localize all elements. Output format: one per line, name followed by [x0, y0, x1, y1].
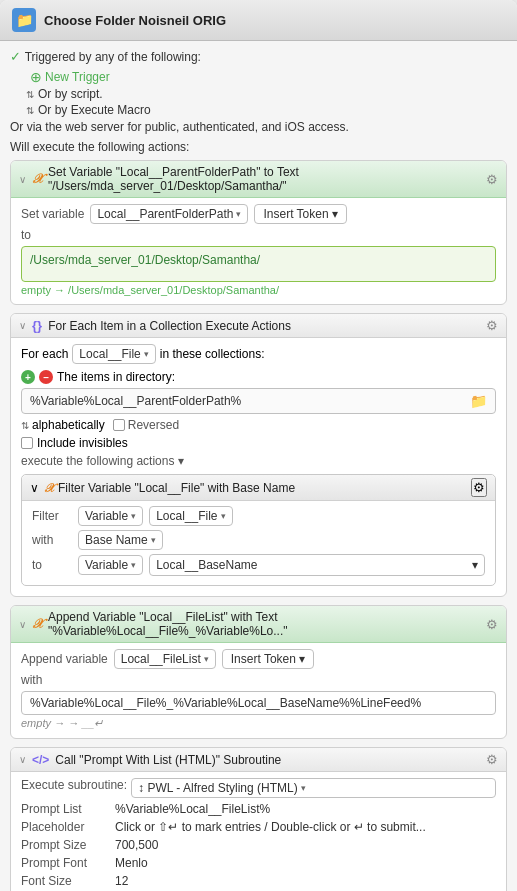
- window-icon: 📁: [12, 8, 36, 32]
- set-variable-label: Set variable: [21, 207, 84, 221]
- for-each-block: ∨ {} For Each Item in a Collection Execu…: [10, 313, 507, 597]
- append-value-input[interactable]: %Variable%Local__File%_%Variable%Local__…: [21, 691, 496, 715]
- chevron-down-icon-3: ▾: [131, 511, 136, 521]
- append-variable-block: ∨ 𝒳 Append Variable "Local__FileList" wi…: [10, 605, 507, 739]
- font-size-value: 12: [115, 874, 496, 888]
- execute-subroutine-row: Execute subroutine: ↕ PWL - Alfred Styli…: [21, 778, 496, 798]
- sort-alphabetically: ⇅ alphabetically: [21, 418, 105, 432]
- chevron-icon-2: ∨: [19, 320, 26, 331]
- font-size-row: Font Size 12: [21, 874, 496, 888]
- chevron-down-icon-7: ▾: [472, 558, 478, 572]
- token-chevron-icon: ▾: [332, 207, 338, 221]
- reversed-checkbox[interactable]: [113, 419, 125, 431]
- to-field-row: to: [21, 228, 496, 242]
- content-area: ✓ Triggered by any of the following: ⊕ N…: [0, 41, 517, 891]
- subroutine-select[interactable]: ↕ PWL - Alfred Styling (HTML) ▾: [131, 778, 496, 798]
- set-variable-result: empty → /Users/mda_server_01/Desktop/Sam…: [21, 282, 496, 298]
- subroutine-gear-button[interactable]: ⚙: [486, 752, 498, 767]
- sort-arrows-icon-2: ⇅: [26, 105, 34, 116]
- variable-icon: 𝒳: [32, 171, 42, 187]
- web-server-text: Or via the web server for public, authen…: [10, 120, 507, 134]
- new-trigger-button[interactable]: ⊕ New Trigger: [26, 68, 114, 86]
- with-label: with: [32, 533, 72, 547]
- chevron-down-icon-2: ▾: [144, 349, 149, 359]
- will-execute-label: Will execute the following actions:: [10, 140, 507, 154]
- chevron-down-icon-6: ▾: [131, 560, 136, 570]
- filter-variable-header: ∨ 𝒳 Filter Variable "Local__File" with B…: [22, 475, 495, 501]
- append-icon: 𝒳: [32, 616, 42, 632]
- append-variable-title: Append Variable "Local__FileList" with T…: [48, 610, 480, 638]
- for-each-title: For Each Item in a Collection Execute Ac…: [48, 319, 480, 333]
- with-row: with Base Name ▾: [32, 530, 485, 550]
- sort-arrows-icon: ⇅: [26, 89, 34, 100]
- prompt-size-label: Prompt Size: [21, 838, 111, 852]
- base-name-select[interactable]: Base Name ▾: [78, 530, 163, 550]
- dir-path-box[interactable]: %Variable%Local__ParentFolderPath% 📁: [21, 388, 496, 414]
- filter-variable-body: Filter Variable ▾ Local__File ▾ with: [22, 501, 495, 585]
- prompt-size-row: Prompt Size 700,500: [21, 838, 496, 852]
- prompt-font-value: Menlo: [115, 856, 496, 870]
- to-variable-row: to Variable ▾ Local__BaseName ▾: [32, 554, 485, 576]
- chevron-down-icon-11: ▾: [301, 783, 306, 793]
- prompt-list-row: Prompt List %Variable%Local__FileList%: [21, 802, 496, 816]
- insert-token-button[interactable]: Insert Token ▾: [254, 204, 346, 224]
- chevron-icon-8: ∨: [19, 619, 26, 630]
- set-variable-gear-button[interactable]: ⚙: [486, 172, 498, 187]
- folder-icon: 📁: [16, 12, 33, 28]
- titlebar: 📁 Choose Folder Noisneil ORIG: [0, 0, 517, 41]
- token-chevron-icon-2: ▾: [299, 652, 305, 666]
- execute-row: execute the following actions ▾: [21, 454, 496, 468]
- filter-variable-title: Filter Variable "Local__File" with Base …: [58, 481, 466, 495]
- chevron-down-icon-9: ▾: [204, 654, 209, 664]
- chevron-down-icon: ▾: [236, 209, 241, 219]
- to-label: to: [21, 228, 81, 242]
- for-each-variable-select[interactable]: Local__File ▾: [72, 344, 155, 364]
- folder-browse-button[interactable]: 📁: [470, 393, 487, 409]
- include-invisibles-row: Include invisibles: [21, 436, 496, 450]
- add-item-button[interactable]: +: [21, 370, 35, 384]
- plus-icon: ⊕: [30, 69, 42, 85]
- call-subroutine-title: Call "Prompt With List (HTML)" Subroutin…: [55, 753, 480, 767]
- prompt-size-value: 700,500: [115, 838, 496, 852]
- append-with-row: with: [21, 673, 496, 687]
- append-gear-button[interactable]: ⚙: [486, 617, 498, 632]
- subroutine-icon: </>: [32, 753, 49, 767]
- filter-gear-button[interactable]: ⚙: [471, 478, 487, 497]
- filter-label: Filter: [32, 509, 72, 523]
- for-each-gear-button[interactable]: ⚙: [486, 318, 498, 333]
- chevron-down-icon-4: ▾: [221, 511, 226, 521]
- append-variable-body: Append variable Local__FileList ▾ Insert…: [11, 643, 506, 738]
- chevron-icon-3: ∨: [30, 481, 39, 495]
- filter-type-select[interactable]: Variable ▾: [78, 506, 143, 526]
- call-subroutine-block: ∨ </> Call "Prompt With List (HTML)" Sub…: [10, 747, 507, 891]
- filter-variable-select[interactable]: Local__File ▾: [149, 506, 232, 526]
- to-label-2: to: [32, 558, 72, 572]
- trigger-item-macro: ⇅ Or by Execute Macro: [26, 102, 507, 118]
- call-subroutine-header: ∨ </> Call "Prompt With List (HTML)" Sub…: [11, 748, 506, 772]
- variable-name-select[interactable]: Local__ParentFolderPath ▾: [90, 204, 248, 224]
- for-each-header: ∨ {} For Each Item in a Collection Execu…: [11, 314, 506, 338]
- append-variable-select[interactable]: Local__FileList ▾: [114, 649, 216, 669]
- filter-icon: 𝒳: [44, 481, 53, 495]
- append-field-row: Append variable Local__FileList ▾ Insert…: [21, 649, 496, 669]
- chevron-down-icon-5: ▾: [151, 535, 156, 545]
- filter-row: Filter Variable ▾ Local__File ▾: [32, 506, 485, 526]
- remove-item-button[interactable]: –: [39, 370, 53, 384]
- trigger-item-script: ⇅ Or by script.: [26, 86, 507, 102]
- reversed-label: Reversed: [128, 418, 179, 432]
- variable-value-input[interactable]: /Users/mda_server_01/Desktop/Samantha/: [21, 246, 496, 282]
- append-variable-header: ∨ 𝒳 Append Variable "Local__FileList" wi…: [11, 606, 506, 643]
- trigger-header: ✓ Triggered by any of the following:: [10, 49, 507, 64]
- placeholder-row: Placeholder Click or ⇧↵ to mark entries …: [21, 820, 496, 834]
- main-window: 📁 Choose Folder Noisneil ORIG ✓ Triggere…: [0, 0, 517, 891]
- include-invisibles-checkbox[interactable]: [21, 437, 33, 449]
- set-variable-block: ∨ 𝒳 Set Variable "Local__ParentFolderPat…: [10, 160, 507, 305]
- trigger-section: ✓ Triggered by any of the following: ⊕ N…: [10, 49, 507, 134]
- set-variable-field-row: Set variable Local__ParentFolderPath ▾ I…: [21, 204, 496, 224]
- to-type-select[interactable]: Variable ▾: [78, 555, 143, 575]
- checkbox-icon: ✓: [10, 49, 25, 64]
- append-insert-token-button[interactable]: Insert Token ▾: [222, 649, 314, 669]
- to-variable-select[interactable]: Local__BaseName ▾: [149, 554, 485, 576]
- items-in-dir-row: + – The items in directory:: [21, 370, 496, 384]
- for-each-row: For each Local__File ▾ in these collecti…: [21, 344, 496, 364]
